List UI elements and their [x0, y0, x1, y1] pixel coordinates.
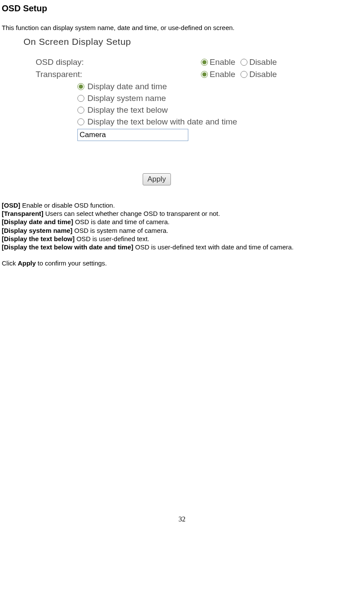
desc-date-time-bold: [Display date and time]: [2, 218, 75, 225]
desc-system-name-bold: [Display system name]: [2, 227, 74, 234]
custom-text-input[interactable]: [77, 129, 188, 141]
desc-date-time: [Display date and time] OSD is date and …: [2, 218, 362, 226]
osd-display-disable-option[interactable]: Disable: [240, 57, 277, 67]
description-block: [OSD] Enable or disable OSD function. [T…: [2, 201, 362, 267]
option-date-time-radio[interactable]: [77, 83, 84, 90]
osd-display-enable-label: Enable: [210, 57, 235, 67]
option-date-time-label: Display date and time: [87, 82, 167, 91]
panel-header: On Screen Display Setup: [23, 37, 362, 47]
desc-text-date-text: OSD is user-defined text with date and t…: [135, 243, 294, 251]
desc-osd: [OSD] Enable or disable OSD function.: [2, 201, 362, 209]
transparent-enable-option[interactable]: Enable: [201, 70, 235, 79]
option-text-below[interactable]: Display the text below: [77, 105, 362, 115]
osd-display-row: OSD display: Enable Disable: [23, 57, 362, 67]
custom-text-wrap: [77, 129, 362, 141]
display-mode-options: Display date and time Display system nam…: [23, 82, 362, 127]
osd-display-enable-option[interactable]: Enable: [201, 57, 235, 67]
desc-transparent-bold: [Transparent]: [2, 210, 45, 217]
desc-date-time-text: OSD is date and time of camera.: [75, 218, 170, 225]
desc-osd-text: Enable or disable OSD function.: [22, 202, 115, 209]
transparent-row: Transparent: Enable Disable: [23, 70, 362, 79]
page-number: 32: [2, 515, 362, 523]
desc-text-date: [Display the text below with date and ti…: [2, 243, 362, 251]
confirm-line: Click Apply to confirm your settings.: [2, 259, 362, 267]
option-text-with-date-radio[interactable]: [77, 118, 84, 125]
option-text-below-label: Display the text below: [87, 105, 168, 115]
desc-osd-bold: [OSD]: [2, 202, 22, 209]
intro-text: This function can display system name, d…: [2, 24, 362, 31]
osd-setup-panel: On Screen Display Setup OSD display: Ena…: [23, 37, 362, 185]
desc-transparent: [Transparent] Users can select whether c…: [2, 209, 362, 218]
transparent-disable-option[interactable]: Disable: [240, 70, 277, 79]
confirm-bold: Apply: [18, 259, 36, 267]
osd-display-enable-radio[interactable]: [201, 59, 208, 66]
option-system-name[interactable]: Display system name: [77, 94, 362, 103]
osd-display-disable-label: Disable: [249, 57, 277, 67]
desc-transparent-text: Users can select whether change OSD to t…: [45, 210, 220, 217]
osd-display-disable-radio[interactable]: [240, 59, 247, 66]
transparent-disable-radio[interactable]: [240, 71, 247, 78]
desc-text-date-bold: [Display the text below with date and ti…: [2, 243, 135, 251]
desc-text-below: [Display the text below] OSD is user-def…: [2, 235, 362, 243]
option-text-with-date-label: Display the text below with date and tim…: [87, 117, 237, 127]
transparent-enable-radio[interactable]: [201, 71, 208, 78]
option-text-with-date[interactable]: Display the text below with date and tim…: [77, 117, 362, 127]
desc-text-below-bold: [Display the text below]: [2, 235, 77, 242]
option-system-name-radio[interactable]: [77, 95, 84, 102]
confirm-pre: Click: [2, 259, 18, 267]
transparent-label: Transparent:: [23, 70, 201, 79]
desc-system-name: [Display system name] OSD is system name…: [2, 226, 362, 235]
transparent-disable-label: Disable: [249, 70, 277, 79]
option-text-below-radio[interactable]: [77, 107, 84, 114]
confirm-post: to confirm your settings.: [36, 259, 107, 267]
apply-button[interactable]: Apply: [143, 173, 171, 185]
osd-display-label: OSD display:: [23, 57, 201, 67]
desc-system-name-text: OSD is system name of camera.: [74, 227, 168, 234]
transparent-enable-label: Enable: [210, 70, 235, 79]
page-title: OSD Setup: [2, 3, 362, 13]
option-system-name-label: Display system name: [87, 94, 166, 103]
desc-text-below-text: OSD is user-defined text.: [77, 235, 150, 242]
option-date-time[interactable]: Display date and time: [77, 82, 362, 91]
